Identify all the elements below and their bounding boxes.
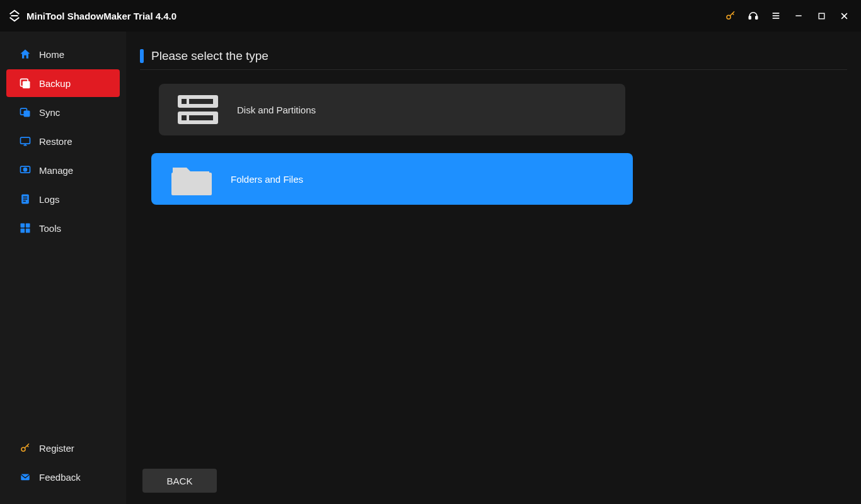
app-title: MiniTool ShadowMaker Trial 4.4.0	[26, 11, 176, 21]
maximize-button[interactable]	[816, 10, 827, 21]
option-disk-partitions[interactable]: Disk and Partitions	[159, 84, 625, 135]
sidebar-item-register[interactable]: Register	[6, 435, 120, 461]
svg-rect-24	[26, 229, 30, 233]
sidebar-item-home[interactable]: Home	[6, 40, 120, 68]
svg-rect-13	[24, 111, 30, 117]
sidebar-item-sync[interactable]: Sync	[6, 98, 120, 126]
heading-accent	[140, 49, 144, 63]
app-logo-icon	[8, 9, 21, 23]
restore-icon	[19, 135, 32, 147]
backup-icon	[19, 77, 32, 89]
svg-rect-23	[21, 229, 25, 233]
sidebar: Home Backup Sync	[0, 32, 126, 504]
sidebar-item-backup[interactable]: Backup	[6, 69, 120, 97]
svg-rect-33	[171, 173, 212, 195]
key-icon	[19, 442, 32, 454]
sidebar-item-label: Manage	[39, 165, 73, 176]
option-label: Disk and Partitions	[237, 105, 316, 115]
sidebar-item-manage[interactable]: Manage	[6, 156, 120, 184]
sync-icon	[19, 106, 32, 118]
sidebar-item-label: Feedback	[39, 472, 81, 483]
folder-icon	[169, 160, 214, 198]
sidebar-item-label: Home	[39, 49, 64, 60]
svg-rect-7	[819, 13, 824, 19]
svg-point-16	[24, 168, 27, 171]
manage-icon	[19, 164, 32, 176]
svg-point-0	[727, 15, 731, 19]
svg-rect-11	[23, 81, 30, 89]
svg-rect-31	[182, 115, 187, 120]
svg-rect-2	[756, 16, 758, 20]
key-icon[interactable]	[725, 10, 736, 21]
menu-icon[interactable]	[770, 10, 782, 21]
sidebar-item-label: Backup	[39, 78, 71, 89]
heading-text: Please select the type	[151, 49, 269, 63]
sidebar-item-tools[interactable]: Tools	[6, 214, 120, 242]
tools-icon	[19, 222, 32, 234]
sidebar-item-label: Register	[39, 443, 74, 454]
content-area: Please select the type Disk	[126, 32, 861, 504]
svg-rect-20	[23, 201, 26, 202]
svg-rect-32	[189, 115, 213, 120]
minimize-button[interactable]	[793, 10, 804, 21]
sidebar-item-restore[interactable]: Restore	[6, 127, 120, 155]
svg-rect-18	[23, 197, 28, 198]
svg-rect-14	[21, 137, 30, 144]
option-label: Folders and Files	[231, 174, 303, 185]
svg-rect-22	[26, 224, 30, 228]
svg-rect-19	[23, 198, 28, 200]
sidebar-item-label: Restore	[39, 136, 72, 147]
sidebar-item-logs[interactable]: Logs	[6, 185, 120, 213]
svg-rect-21	[21, 224, 25, 228]
logs-icon	[19, 193, 32, 205]
option-folders-files[interactable]: Folders and Files	[151, 153, 633, 205]
sidebar-item-label: Logs	[39, 194, 60, 205]
back-button[interactable]: BACK	[142, 469, 217, 493]
close-button[interactable]	[838, 10, 850, 21]
svg-point-25	[21, 447, 25, 451]
svg-rect-29	[189, 99, 213, 104]
sidebar-item-label: Tools	[39, 223, 61, 234]
headset-icon[interactable]	[748, 10, 759, 21]
svg-rect-28	[182, 99, 187, 104]
mail-icon	[19, 471, 32, 483]
home-icon	[19, 48, 32, 60]
titlebar: MiniTool ShadowMaker Trial 4.4.0	[0, 0, 861, 32]
sidebar-item-label: Sync	[39, 107, 60, 118]
disk-icon	[176, 93, 221, 127]
heading: Please select the type	[140, 49, 847, 70]
svg-rect-1	[749, 16, 751, 20]
sidebar-item-feedback[interactable]: Feedback	[6, 464, 120, 490]
